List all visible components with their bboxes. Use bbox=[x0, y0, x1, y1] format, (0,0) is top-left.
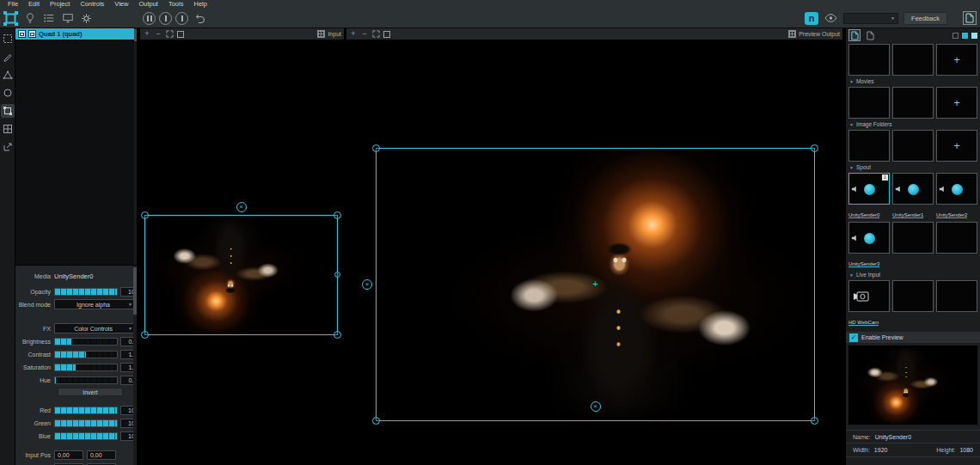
spout-item[interactable]: UnitySender3 bbox=[848, 222, 890, 269]
add-movie-button[interactable]: + bbox=[936, 87, 977, 119]
display-icon[interactable] bbox=[60, 11, 75, 26]
menu-controls[interactable]: Controls bbox=[75, 0, 109, 9]
list-icon[interactable] bbox=[41, 11, 56, 26]
empty-media-slot[interactable] bbox=[936, 222, 977, 254]
spout-thumbnail[interactable] bbox=[892, 173, 934, 205]
preview-selection-quad[interactable]: × × + bbox=[376, 148, 815, 421]
empty-media-slot[interactable] bbox=[848, 44, 890, 76]
zoom-in-button[interactable]: + bbox=[349, 29, 358, 40]
library-tab-icon[interactable] bbox=[864, 29, 876, 41]
gear-icon[interactable] bbox=[79, 11, 94, 26]
layer-row-selected[interactable]: Quad 1 (quad) bbox=[15, 28, 137, 40]
live-input-section-header[interactable]: ▼ Live Input bbox=[849, 272, 977, 278]
mesh-warp-tool-icon[interactable] bbox=[1, 122, 15, 136]
layer-list-panel[interactable]: Quad 1 (quad) bbox=[15, 28, 138, 265]
anchor-handle-icon[interactable]: × bbox=[591, 401, 601, 412]
corner-handle[interactable] bbox=[141, 331, 149, 339]
empty-media-slot[interactable] bbox=[892, 87, 934, 119]
invert-button[interactable]: Invert bbox=[58, 388, 123, 396]
undo-icon[interactable] bbox=[192, 11, 206, 26]
live-input-item[interactable]: HD WebCam bbox=[848, 280, 890, 327]
spout-item[interactable]: UnitySender1 bbox=[892, 173, 934, 220]
hue-slider[interactable] bbox=[54, 376, 118, 384]
panel-toggle-icon[interactable] bbox=[963, 11, 977, 25]
green-slider[interactable] bbox=[54, 419, 118, 427]
contrast-slider[interactable] bbox=[54, 351, 118, 358]
transform-tool-icon[interactable] bbox=[1, 104, 15, 118]
enable-preview-checkbox[interactable]: ✓ bbox=[849, 333, 858, 342]
empty-media-slot[interactable] bbox=[892, 130, 934, 162]
media-tab-icon[interactable] bbox=[848, 29, 861, 41]
corner-handle[interactable] bbox=[811, 144, 818, 152]
add-media-button[interactable]: + bbox=[936, 44, 977, 76]
blend-mode-select[interactable]: Ignore alpha ▼ bbox=[54, 299, 137, 309]
image-folders-section-header[interactable]: ▼ Image Folders bbox=[849, 121, 977, 127]
zoom-out-button[interactable]: − bbox=[360, 29, 369, 40]
layer-list-scrollbar[interactable] bbox=[134, 28, 137, 265]
menu-file[interactable]: File bbox=[3, 0, 23, 9]
empty-media-slot[interactable] bbox=[848, 130, 890, 162]
enable-preview-row[interactable]: ✓ Enable Preview bbox=[846, 332, 980, 343]
spout-item[interactable]: 1 UnitySender0 bbox=[848, 173, 890, 220]
light-toggle-icon[interactable] bbox=[971, 33, 977, 39]
brightness-slider[interactable] bbox=[54, 338, 118, 346]
eye-icon[interactable] bbox=[824, 11, 838, 26]
step-back-button[interactable] bbox=[159, 12, 172, 25]
monitor-select[interactable]: ▼ bbox=[843, 13, 898, 24]
corner-handle[interactable] bbox=[372, 144, 380, 152]
grid-toggle-icon[interactable] bbox=[317, 30, 325, 38]
empty-media-slot[interactable] bbox=[892, 280, 934, 312]
properties-scrollbar[interactable] bbox=[133, 266, 137, 465]
corner-handle[interactable] bbox=[334, 331, 341, 339]
empty-media-slot[interactable] bbox=[892, 222, 934, 254]
menu-tools[interactable]: Tools bbox=[163, 0, 189, 9]
edge-handle[interactable] bbox=[334, 272, 340, 278]
red-slider[interactable] bbox=[54, 407, 118, 414]
fx-select[interactable]: Color Controls ▼ bbox=[54, 323, 137, 333]
menu-edit[interactable]: Edit bbox=[23, 0, 45, 9]
corner-handle[interactable] bbox=[811, 417, 818, 425]
empty-media-slot[interactable] bbox=[848, 87, 890, 119]
anchor-handle-icon[interactable]: × bbox=[236, 202, 247, 212]
corner-handle[interactable] bbox=[334, 211, 341, 219]
input-pos-x-field[interactable]: 0,00 bbox=[54, 450, 83, 460]
blue-slider[interactable] bbox=[54, 432, 118, 440]
pause-button[interactable] bbox=[143, 12, 156, 25]
preview-canvas[interactable]: × × + bbox=[346, 40, 842, 465]
input-pos-y-field[interactable]: 0,00 bbox=[87, 450, 116, 460]
corner-handle[interactable] bbox=[372, 417, 380, 425]
spout-thumbnail-selected[interactable]: 1 bbox=[848, 173, 890, 205]
opacity-slider[interactable] bbox=[54, 288, 118, 296]
input-selection-quad[interactable]: × bbox=[144, 215, 338, 335]
webcam-thumbnail[interactable] bbox=[848, 280, 890, 312]
export-tool-icon[interactable] bbox=[1, 140, 15, 154]
bezier-shape-tool-icon[interactable] bbox=[1, 68, 15, 82]
circle-tool-icon[interactable] bbox=[1, 86, 15, 100]
saturation-slider[interactable] bbox=[54, 364, 118, 371]
spout-item[interactable]: UnitySender2 bbox=[936, 173, 977, 220]
layer-visibility-icon[interactable] bbox=[28, 30, 36, 38]
accent-toggle-icon[interactable] bbox=[962, 33, 968, 39]
zoom-out-button[interactable]: − bbox=[154, 29, 162, 40]
menu-project[interactable]: Project bbox=[45, 0, 75, 9]
anchor-handle-icon[interactable]: × bbox=[362, 279, 372, 290]
empty-media-slot[interactable] bbox=[936, 280, 977, 312]
menu-output[interactable]: Output bbox=[133, 0, 163, 9]
spout-thumbnail[interactable] bbox=[936, 173, 977, 205]
step-forward-button[interactable] bbox=[175, 12, 188, 25]
input-canvas[interactable]: × bbox=[140, 40, 344, 465]
fit-view-icon[interactable] bbox=[371, 29, 380, 40]
movies-section-header[interactable]: ▼ Movies bbox=[849, 78, 977, 84]
app-logo-icon[interactable] bbox=[3, 11, 18, 26]
feedback-button[interactable]: Feedback bbox=[903, 12, 947, 25]
frame-view-icon[interactable] bbox=[383, 29, 391, 40]
menu-help[interactable]: Help bbox=[188, 0, 211, 9]
lamp-icon[interactable] bbox=[22, 11, 37, 26]
empty-media-slot[interactable] bbox=[892, 44, 934, 76]
zoom-in-button[interactable]: + bbox=[143, 29, 151, 40]
ndi-logo[interactable]: n bbox=[805, 12, 818, 25]
layer-output-icon[interactable] bbox=[18, 30, 26, 38]
spout-section-header[interactable]: ▼ Spout bbox=[849, 164, 977, 170]
layout-toggle-icon[interactable] bbox=[952, 33, 959, 39]
add-image-folder-button[interactable]: + bbox=[936, 130, 977, 162]
